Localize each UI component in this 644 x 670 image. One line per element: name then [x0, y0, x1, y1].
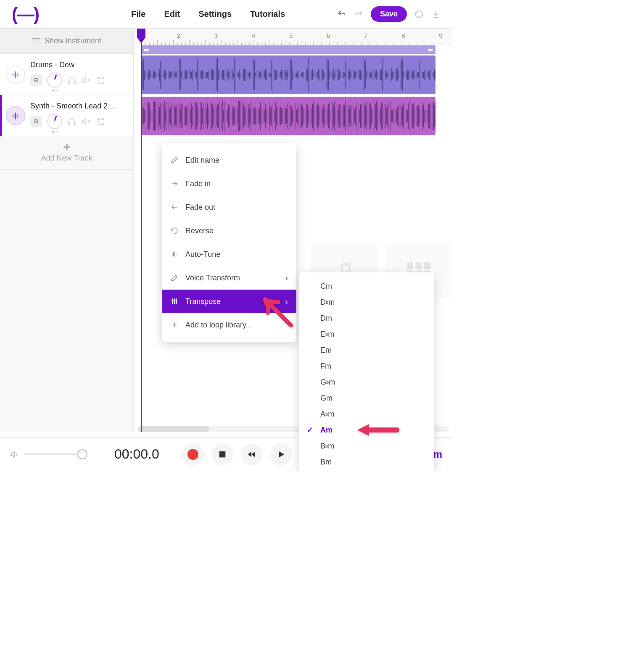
sliders-icon — [170, 298, 179, 305]
key-option[interactable]: Bbm — [299, 438, 434, 454]
volume-slider[interactable] — [24, 454, 87, 455]
headphones-icon[interactable] — [67, 117, 77, 126]
annotation-arrow — [357, 422, 399, 440]
svg-point-14 — [102, 82, 104, 84]
track-name: Synth - Smooth Lead 2 ... — [30, 102, 127, 111]
menu-file[interactable]: File — [131, 9, 145, 19]
menu-settings[interactable]: Settings — [198, 9, 232, 19]
svg-rect-31 — [416, 262, 422, 269]
track-controls: R Vol — [30, 114, 127, 129]
menu-item-label: Transpose — [185, 297, 221, 306]
main-menu: File Edit Settings Tutorials — [131, 9, 285, 19]
plus-icon — [170, 321, 179, 329]
header-bar: (—) File Edit Settings Tutorials Save — [0, 0, 452, 29]
play-button[interactable] — [270, 443, 292, 465]
svg-point-47 — [174, 302, 175, 303]
track-name: Drums - Dew — [30, 61, 127, 69]
chevron-right-icon: › — [285, 273, 288, 283]
key-option[interactable]: Abm — [299, 406, 434, 422]
menu-item-voice-transform[interactable]: Voice Transform› — [162, 266, 296, 290]
loop-region[interactable]: ➡ ⬅ — [141, 45, 435, 54]
arrow-left-icon — [170, 203, 179, 211]
menu-item-fade-out[interactable]: Fade out — [162, 195, 296, 219]
key-option[interactable]: Bm — [299, 454, 434, 470]
svg-rect-30 — [407, 262, 413, 269]
menu-item-label: Reverse — [185, 227, 214, 235]
vol-label: Vol — [52, 88, 58, 93]
menu-item-fade-in[interactable]: Fade in — [162, 172, 296, 195]
menu-edit[interactable]: Edit — [164, 9, 180, 19]
svg-point-15 — [102, 77, 104, 79]
audio-clip-drums[interactable] — [141, 55, 435, 94]
show-instrument-label: Show Instrument — [45, 37, 101, 45]
mute-icon[interactable] — [82, 76, 91, 85]
menu-item-reverse[interactable]: Reverse — [162, 219, 296, 243]
loop-start-icon: ➡ — [144, 46, 149, 54]
track-type-icon — [6, 65, 25, 84]
master-volume — [10, 449, 87, 459]
add-track-button[interactable]: Add New Track — [0, 136, 133, 170]
fx-icon[interactable] — [96, 117, 105, 126]
svg-point-26 — [102, 123, 104, 125]
undo-icon[interactable] — [337, 10, 346, 19]
key-option[interactable]: Fm — [299, 358, 434, 374]
scrollbar-thumb[interactable] — [138, 426, 209, 432]
key-option[interactable]: Em — [299, 342, 434, 358]
svg-point-27 — [102, 119, 104, 120]
add-track-label: Add New Track — [41, 154, 92, 163]
download-icon[interactable] — [431, 10, 441, 19]
menu-item-label: Fade out — [185, 203, 215, 212]
menu-item-auto-tune[interactable]: Auto-Tune — [162, 243, 296, 266]
vol-label: Vol — [52, 129, 58, 134]
svg-point-25 — [98, 119, 99, 120]
plus-icon — [63, 143, 71, 151]
slider-thumb[interactable] — [77, 449, 87, 459]
svg-rect-10 — [74, 81, 76, 84]
key-option[interactable]: Ebm — [299, 326, 434, 342]
time-display: 00:00.0 — [114, 446, 159, 462]
ruler-mark: 9 — [439, 32, 442, 39]
stop-button[interactable] — [211, 443, 233, 465]
save-button[interactable]: Save — [371, 6, 407, 22]
ruler-mark: 7 — [364, 32, 367, 39]
fx-icon[interactable] — [96, 76, 105, 85]
track-info: Synth - Smooth Lead 2 ... R Vol — [30, 102, 127, 129]
track-row[interactable]: Synth - Smooth Lead 2 ... R Vol — [0, 95, 133, 136]
svg-rect-54 — [219, 451, 225, 457]
svg-rect-29 — [63, 146, 70, 148]
app-logo: (—) — [12, 4, 39, 24]
headphones-icon[interactable] — [67, 76, 77, 85]
menu-item-edit-name[interactable]: Edit name — [162, 148, 296, 172]
tracks-panel: Show Instrument Drums - Dew R Vol — [0, 29, 134, 432]
svg-point-48 — [176, 300, 177, 301]
wand-icon — [170, 274, 179, 282]
key-option[interactable]: Dm — [299, 310, 434, 326]
history-icon[interactable] — [414, 10, 424, 19]
volume-knob[interactable]: Vol — [47, 114, 62, 129]
key-option[interactable]: Cm — [299, 278, 434, 294]
record-button[interactable] — [182, 443, 204, 465]
transpose-submenu: CmDbmDmEbmEmFmGbmGmAbmAmBbmBm — [299, 272, 434, 471]
rewind-button[interactable] — [241, 443, 263, 465]
track-controls: R Vol — [30, 73, 127, 88]
audio-clip-synth[interactable] — [141, 97, 435, 135]
ruler-mark: 8 — [401, 32, 405, 39]
track-row[interactable]: Drums - Dew R Vol — [0, 54, 133, 95]
timeline-ruler[interactable]: 23456789 — [134, 29, 452, 45]
key-option[interactable]: Gbm — [299, 374, 434, 390]
record-arm-button[interactable]: R — [30, 116, 42, 127]
key-option[interactable]: Dbm — [299, 294, 434, 310]
key-option[interactable]: Gm — [299, 390, 434, 406]
redo-icon[interactable] — [354, 10, 363, 19]
menu-item-label: Fade in — [185, 179, 211, 188]
volume-knob[interactable]: Vol — [47, 73, 62, 88]
speaker-icon — [10, 449, 20, 459]
show-instrument-button[interactable]: Show Instrument — [0, 29, 133, 54]
menu-tutorials[interactable]: Tutorials — [250, 9, 285, 19]
svg-rect-22 — [74, 122, 76, 125]
record-arm-button[interactable]: R — [30, 74, 42, 86]
mute-icon[interactable] — [82, 117, 91, 126]
track-type-icon — [6, 106, 25, 125]
pencil-icon — [170, 156, 179, 164]
main-area: Show Instrument Drums - Dew R Vol — [0, 29, 452, 432]
